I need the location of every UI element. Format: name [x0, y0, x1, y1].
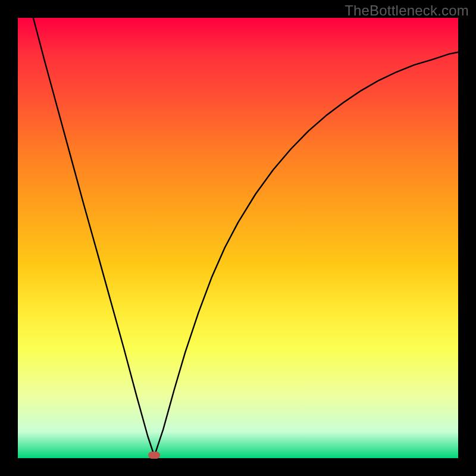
minimum-marker — [148, 452, 160, 459]
bottleneck-curve — [33, 18, 458, 456]
curve-layer — [18, 18, 458, 458]
watermark-text: TheBottleneck.com — [345, 2, 469, 19]
chart-frame: TheBottleneck.com — [0, 0, 476, 476]
